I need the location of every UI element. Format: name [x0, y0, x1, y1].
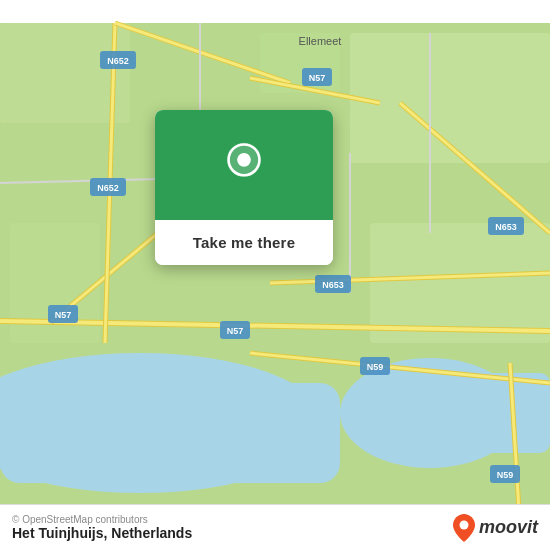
svg-text:N652: N652 [97, 183, 119, 193]
popup-green-header [155, 110, 333, 220]
location-name: Het Tuinjhuijs, Netherlands [12, 525, 192, 541]
svg-text:N57: N57 [55, 310, 72, 320]
take-me-there-button[interactable]: Take me there [155, 220, 333, 265]
svg-point-55 [237, 153, 251, 167]
svg-text:N59: N59 [497, 470, 514, 480]
moovit-logo[interactable]: moovit [453, 514, 538, 542]
svg-point-56 [459, 520, 468, 529]
svg-text:Ellemeet: Ellemeet [299, 35, 342, 47]
location-pin-icon [220, 141, 268, 189]
svg-rect-4 [380, 373, 550, 453]
moovit-label: moovit [479, 517, 538, 538]
osm-credit: © OpenStreetMap contributors [12, 514, 192, 525]
svg-rect-8 [370, 223, 550, 343]
map-svg: N652 N652 N65 N57 N57 N57 N653 N653 N59 … [0, 0, 550, 550]
footer-bar: © OpenStreetMap contributors Het Tuinjhu… [0, 504, 550, 550]
svg-text:N57: N57 [309, 73, 326, 83]
moovit-pin-icon [453, 514, 475, 542]
map-container: N652 N652 N65 N57 N57 N57 N653 N653 N59 … [0, 0, 550, 550]
svg-text:N653: N653 [495, 222, 517, 232]
svg-text:N653: N653 [322, 280, 344, 290]
svg-text:N59: N59 [367, 362, 384, 372]
svg-rect-2 [0, 383, 340, 483]
svg-text:N652: N652 [107, 56, 129, 66]
popup-card: Take me there [155, 110, 333, 265]
svg-text:N57: N57 [227, 326, 244, 336]
footer-left: © OpenStreetMap contributors Het Tuinjhu… [12, 514, 192, 541]
